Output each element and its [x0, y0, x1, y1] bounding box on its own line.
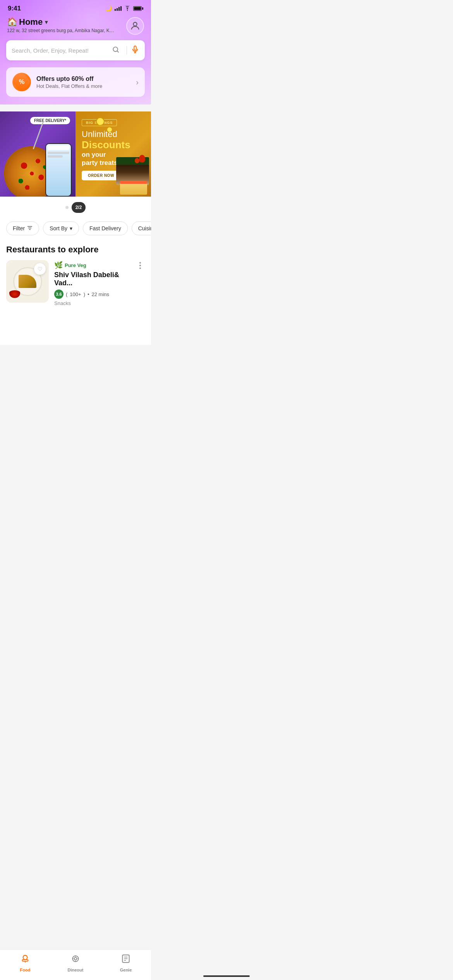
- offer-badge-icon: %: [12, 73, 31, 91]
- coin-decoration: [96, 117, 105, 126]
- header-location[interactable]: 🏠 Home ▾ 122 w, 32 street greens burg pa…: [7, 17, 126, 33]
- filter-chip[interactable]: Filter: [6, 221, 39, 235]
- sauce-bowl: [9, 290, 20, 298]
- cuisines-label: Cuisines: [138, 225, 151, 231]
- rating-badge: 3.6: [54, 290, 63, 299]
- filter-label: Filter: [13, 225, 25, 231]
- moon-icon: 🌙: [105, 5, 112, 12]
- location-title: 🏠 Home ▾: [7, 17, 126, 27]
- carousel-dots: 2/2: [0, 197, 151, 218]
- ladle-icon: [33, 120, 44, 149]
- main-content: FREE DELIVERY*: [0, 111, 151, 345]
- rating-count: (: [66, 291, 67, 297]
- rating-paren-close: ): [84, 291, 85, 297]
- sort-chevron-icon: ▾: [70, 225, 72, 231]
- samosa-shape: [19, 275, 36, 288]
- home-label: Home: [19, 17, 43, 27]
- restaurant-card[interactable]: ♡ 🌿 Pure Veg Shiv Vilash Dabeli& Vad... …: [0, 260, 151, 314]
- offer-chevron-icon: ›: [136, 78, 139, 87]
- filter-row: Filter Sort By ▾ Fast Delivery Cuisines …: [0, 218, 151, 242]
- carousel-slide-1[interactable]: FREE DELIVERY*: [0, 111, 76, 197]
- microphone-icon[interactable]: [131, 45, 139, 56]
- restaurant-image-wrapper: ♡: [6, 260, 49, 306]
- restaurant-name: Shiv Vilash Dabeli& Vad...: [54, 271, 136, 287]
- header-row: 🏠 Home ▾ 122 w, 32 street greens burg pa…: [0, 15, 151, 37]
- cuisines-chip[interactable]: Cuisines ▾: [132, 221, 151, 235]
- carousel-section: FREE DELIVERY*: [0, 111, 151, 218]
- more-dot-3: [139, 267, 141, 269]
- search-icon[interactable]: [112, 46, 120, 55]
- delivery-time: 22 mins: [92, 291, 110, 297]
- slide-1-badge: FREE DELIVERY*: [30, 117, 70, 124]
- home-icon: 🏠: [7, 17, 17, 27]
- heart-icon: ♡: [38, 266, 43, 272]
- pure-veg-label: Pure Veg: [65, 262, 86, 268]
- location-address: 122 w, 32 street greens burg pa, Ambika …: [7, 28, 115, 33]
- status-bar: 9:41 🌙: [0, 0, 151, 15]
- wishlist-button[interactable]: ♡: [34, 263, 46, 275]
- restaurants-section-title: Restaurants to explore: [0, 242, 151, 260]
- status-time: 9:41: [8, 5, 21, 12]
- wifi-icon: [124, 5, 131, 12]
- restaurant-meta: 3.6 ( 100+ ) • 22 mins: [54, 290, 136, 299]
- svg-point-1: [133, 22, 137, 26]
- restaurant-info: 🌿 Pure Veg Shiv Vilash Dabeli& Vad... 3.…: [54, 260, 145, 306]
- leaf-icon: 🌿: [54, 261, 63, 269]
- search-bar[interactable]: Search, Order, Enjoy, Repeat!: [6, 40, 145, 60]
- filter-icon: [27, 225, 33, 231]
- dessert-visual: [108, 123, 151, 197]
- more-options-button[interactable]: [136, 261, 145, 270]
- fast-delivery-label: Fast Delivery: [89, 225, 121, 231]
- svg-point-2: [113, 47, 118, 51]
- sort-by-chip[interactable]: Sort By ▾: [43, 221, 79, 235]
- carousel-indicator: 2/2: [76, 205, 82, 210]
- search-container: Search, Order, Enjoy, Repeat!: [6, 40, 145, 60]
- offer-text: Offers upto 60% off Hot Deals, Flat Offe…: [36, 75, 130, 89]
- location-chevron-icon[interactable]: ▾: [45, 19, 48, 25]
- svg-rect-3: [134, 46, 136, 50]
- more-dot-2: [139, 265, 141, 266]
- carousel-dot-1[interactable]: [65, 206, 69, 209]
- offers-banner[interactable]: % Offers upto 60% off Hot Deals, Flat Of…: [6, 67, 145, 97]
- signal-bars-icon: [115, 6, 122, 11]
- more-dot-1: [139, 262, 141, 264]
- offer-subtitle: Hot Deals, Flat Offers & more: [36, 83, 130, 89]
- fast-delivery-chip[interactable]: Fast Delivery: [83, 221, 128, 235]
- carousel-slide-2[interactable]: BIG SAVINGS Unlimited Discounts on your …: [76, 111, 151, 197]
- battery-icon: [133, 6, 143, 11]
- time-separator: •: [88, 291, 89, 297]
- offer-title: Offers upto 60% off: [36, 75, 130, 82]
- svg-point-0: [127, 10, 128, 10]
- restaurant-category: Snacks: [54, 300, 145, 306]
- rating-reviews: 100+: [70, 291, 81, 297]
- coin-small-decoration: [107, 127, 112, 132]
- carousel-dot-active[interactable]: 2/2: [72, 202, 86, 213]
- search-placeholder: Search, Order, Enjoy, Repeat!: [12, 47, 112, 54]
- phone-mockup: [45, 143, 72, 197]
- pure-veg-badge: 🌿 Pure Veg: [54, 261, 136, 269]
- profile-button[interactable]: [126, 17, 144, 35]
- sort-by-label: Sort By: [50, 225, 67, 231]
- search-divider: [127, 46, 127, 55]
- status-icons: 🌙: [105, 5, 143, 12]
- profile-icon: [130, 21, 141, 31]
